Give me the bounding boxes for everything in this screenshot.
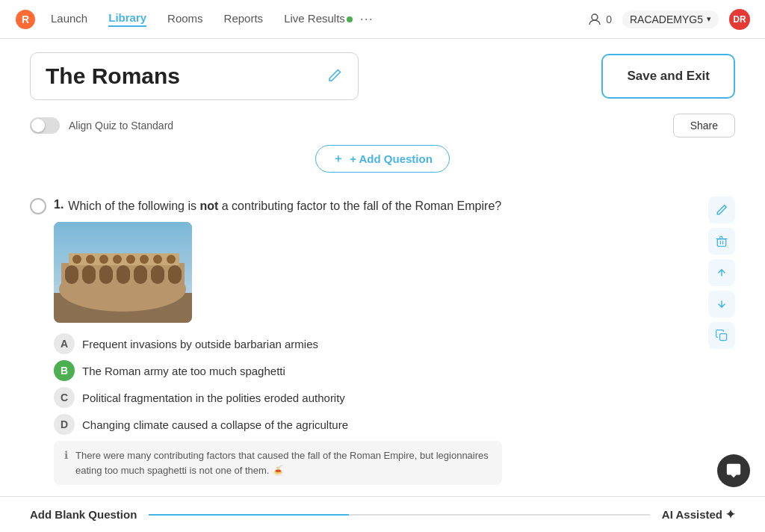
answer-text-d: Changing climate caused a collapse of th… — [82, 418, 348, 431]
nav-library[interactable]: Library — [108, 11, 146, 27]
svg-rect-13 — [168, 265, 182, 284]
svg-rect-20 — [140, 255, 149, 264]
svg-rect-18 — [113, 255, 122, 264]
align-left: Align Quiz to Standard — [30, 117, 173, 134]
nav-rooms[interactable]: Rooms — [167, 12, 203, 26]
edit-title-button[interactable] — [326, 67, 343, 86]
plus-icon: ＋ — [332, 152, 344, 166]
add-blank-question-button[interactable]: Add Blank Question — [30, 508, 137, 521]
svg-rect-24 — [720, 334, 727, 341]
svg-text:R: R — [22, 13, 29, 25]
answer-text-c: Political fragmentation in the polities … — [82, 392, 345, 404]
nav-right: 0 RACADEMYG5 ▾ DR — [587, 9, 750, 30]
ai-assisted-button[interactable]: AI Assisted ✦ — [662, 507, 735, 522]
chevron-down-icon: ▾ — [707, 14, 711, 24]
question-actions — [708, 197, 735, 349]
quiz-title: The Romans — [46, 64, 318, 89]
main-content: The Romans Save and Exit Align Quiz to S… — [0, 39, 765, 485]
sparkle-icon: ✦ — [725, 507, 735, 522]
align-label: Align Quiz to Standard — [69, 120, 173, 132]
answer-text-b: The Roman army ate too much spaghetti — [82, 365, 285, 377]
svg-rect-21 — [153, 255, 162, 264]
progress-line — [149, 514, 650, 516]
nav-more-menu[interactable]: ··· — [360, 11, 374, 27]
info-text: There were many contributing factors tha… — [75, 448, 492, 477]
question-number: 1. — [54, 198, 64, 211]
answer-options: A Frequent invasions by outside barbaria… — [54, 333, 701, 435]
nav-bar: R Launch Library Rooms Reports Live Resu… — [0, 0, 765, 39]
nav-links: Launch Library Rooms Reports Live Result… — [51, 11, 353, 27]
svg-point-2 — [592, 14, 598, 20]
q-text-not: not — [199, 200, 218, 212]
quiz-title-box: The Romans — [30, 52, 359, 100]
live-dot — [347, 16, 353, 22]
nav-user-count[interactable]: 0 — [587, 12, 612, 27]
answer-option-a[interactable]: A Frequent invasions by outside barbaria… — [54, 333, 701, 354]
add-question-row: ＋ + Add Question — [30, 145, 735, 173]
svg-rect-16 — [86, 255, 95, 264]
svg-rect-15 — [72, 255, 81, 264]
answer-letter-d: D — [54, 414, 75, 435]
account-name: RACADEMYG5 — [630, 13, 703, 25]
svg-rect-7 — [65, 265, 78, 284]
answer-option-b[interactable]: B The Roman army ate too much spaghetti — [54, 360, 701, 381]
q-text-before: Which of the following is — [68, 200, 196, 212]
edit-question-button[interactable] — [708, 197, 735, 223]
app-logo[interactable]: R — [15, 9, 36, 30]
svg-rect-11 — [134, 265, 147, 284]
question-block: 1. Which of the following is not a contr… — [30, 185, 735, 485]
title-bar: The Romans Save and Exit — [30, 52, 735, 100]
nav-launch[interactable]: Launch — [51, 12, 87, 26]
add-question-label: + Add Question — [350, 152, 433, 165]
duplicate-question-button[interactable] — [708, 322, 735, 349]
answer-letter-c: C — [54, 387, 75, 408]
svg-rect-14 — [69, 253, 179, 265]
svg-rect-19 — [126, 255, 135, 264]
nav-reports[interactable]: Reports — [224, 12, 264, 26]
question-text: Which of the following is not a contribu… — [68, 198, 501, 214]
question-number-row: 1. Which of the following is not a contr… — [54, 198, 701, 214]
move-down-button[interactable] — [708, 291, 735, 318]
save-exit-button[interactable]: Save and Exit — [601, 54, 735, 99]
delete-question-button[interactable] — [708, 228, 735, 255]
answer-option-d[interactable]: D Changing climate caused a collapse of … — [54, 414, 701, 435]
align-toggle[interactable] — [30, 117, 60, 134]
answer-letter-b: B — [54, 360, 75, 381]
share-button[interactable]: Share — [673, 114, 735, 137]
ai-assisted-label: AI Assisted — [662, 508, 722, 521]
q-text-after: a contributing factor to the fall of the… — [222, 200, 501, 212]
svg-rect-17 — [99, 255, 108, 264]
svg-rect-10 — [117, 265, 130, 284]
bottom-bar: Add Blank Question AI Assisted ✦ — [0, 496, 765, 532]
question-content: 1. Which of the following is not a contr… — [54, 185, 701, 485]
svg-rect-22 — [167, 255, 176, 264]
answer-option-c[interactable]: C Political fragmentation in the politie… — [54, 387, 701, 408]
answer-letter-a: A — [54, 333, 75, 354]
move-up-button[interactable] — [708, 259, 735, 286]
nav-avatar[interactable]: DR — [729, 9, 750, 30]
answer-text-a: Frequent invasions by outside barbarian … — [82, 338, 318, 350]
svg-rect-8 — [82, 265, 96, 284]
nav-account-menu[interactable]: RACADEMYG5 ▾ — [622, 10, 719, 28]
chat-bubble-button[interactable] — [717, 454, 750, 487]
svg-rect-9 — [99, 265, 113, 284]
nav-live-results[interactable]: Live Results — [284, 12, 353, 26]
svg-rect-12 — [151, 265, 164, 284]
question-image — [54, 222, 192, 323]
info-row: ℹ There were many contributing factors t… — [54, 441, 502, 485]
info-icon: ℹ — [64, 449, 68, 461]
add-question-button[interactable]: ＋ + Add Question — [315, 145, 450, 173]
svg-rect-23 — [717, 239, 725, 247]
question-radio[interactable] — [30, 198, 46, 214]
align-row: Align Quiz to Standard Share — [30, 114, 735, 137]
toggle-thumb — [31, 119, 45, 132]
